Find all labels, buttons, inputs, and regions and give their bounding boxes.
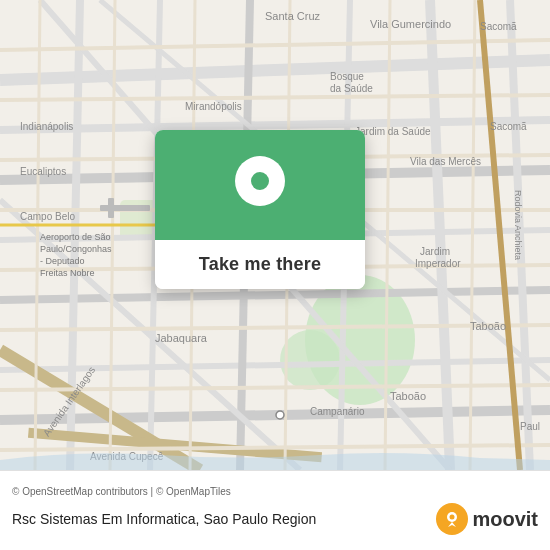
moovit-icon bbox=[436, 503, 468, 535]
svg-rect-66 bbox=[108, 198, 114, 218]
svg-text:Jabaquara: Jabaquara bbox=[155, 332, 208, 344]
take-me-there-button[interactable]: Take me there bbox=[199, 254, 321, 275]
svg-text:Taboão: Taboão bbox=[470, 320, 506, 332]
svg-text:Jardim: Jardim bbox=[420, 246, 450, 257]
svg-text:Paul: Paul bbox=[520, 421, 540, 432]
svg-text:Indianápolis: Indianápolis bbox=[20, 121, 73, 132]
popup-card: Take me there bbox=[155, 130, 365, 289]
svg-text:Jardim da Saúde: Jardim da Saúde bbox=[355, 126, 431, 137]
svg-text:da Saúde: da Saúde bbox=[330, 83, 373, 94]
svg-text:Mirandópolis: Mirandópolis bbox=[185, 101, 242, 112]
footer: © OpenStreetMap contributors | © OpenMap… bbox=[0, 470, 550, 550]
svg-text:Eucaliptos: Eucaliptos bbox=[20, 166, 66, 177]
svg-point-67 bbox=[276, 411, 284, 419]
svg-text:Sacomã: Sacomã bbox=[480, 21, 517, 32]
svg-rect-65 bbox=[100, 205, 150, 211]
svg-point-2 bbox=[280, 330, 340, 390]
moovit-logo: moovit bbox=[436, 503, 538, 535]
svg-text:Santa Cruz: Santa Cruz bbox=[265, 10, 321, 22]
map-attribution: © OpenStreetMap contributors | © OpenMap… bbox=[12, 486, 538, 497]
svg-text:Bosque: Bosque bbox=[330, 71, 364, 82]
svg-text:Vila das Mercês: Vila das Mercês bbox=[410, 156, 481, 167]
svg-text:Campanário: Campanário bbox=[310, 406, 365, 417]
map-area[interactable]: Santa Cruz Vila Gumercindo Sacomã Sacomã… bbox=[0, 0, 550, 470]
popup-header bbox=[155, 130, 365, 240]
svg-text:Freitas Nobre: Freitas Nobre bbox=[40, 268, 95, 278]
footer-content: Rsc Sistemas Em Informatica, Sao Paulo R… bbox=[12, 503, 538, 535]
popup-body: Take me there bbox=[155, 240, 365, 289]
svg-text:Paulo/Congonhas: Paulo/Congonhas bbox=[40, 244, 112, 254]
svg-text:Sacomã: Sacomã bbox=[490, 121, 527, 132]
svg-text:Taboão: Taboão bbox=[390, 390, 426, 402]
svg-point-69 bbox=[450, 515, 455, 520]
svg-text:Imperador: Imperador bbox=[415, 258, 461, 269]
svg-text:Vila Gumercindo: Vila Gumercindo bbox=[370, 18, 451, 30]
svg-text:- Deputado: - Deputado bbox=[40, 256, 85, 266]
location-name: Rsc Sistemas Em Informatica, Sao Paulo R… bbox=[12, 511, 316, 527]
svg-text:Aeroporto de São: Aeroporto de São bbox=[40, 232, 111, 242]
moovit-text: moovit bbox=[472, 508, 538, 531]
svg-text:Campo Belo: Campo Belo bbox=[20, 211, 75, 222]
location-pin-icon bbox=[235, 156, 285, 214]
svg-text:Rodovia Anchieta: Rodovia Anchieta bbox=[513, 190, 523, 260]
